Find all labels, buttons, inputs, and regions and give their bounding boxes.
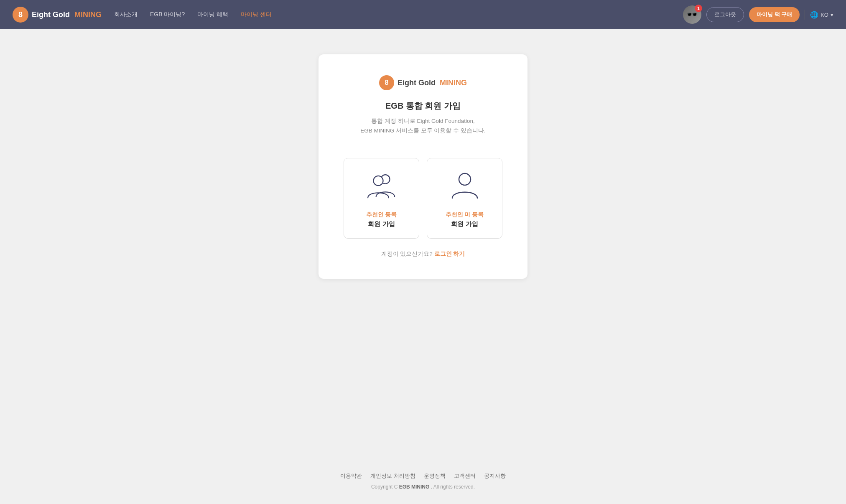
nav-egb-mining[interactable]: EGB 마이닝? (150, 11, 185, 18)
signup-without-referrer[interactable]: 추천인 미 등록 회원 가입 (427, 158, 502, 239)
footer-link-privacy[interactable]: 개인정보 처리방침 (370, 472, 415, 480)
logo-text-eight: Eight Gold (32, 10, 70, 19)
card-logo: 8 Eight Gold MINING (379, 75, 467, 90)
footer-copyright: Copyright C EGB MINING . All rights rese… (8, 484, 838, 490)
nav-mining-benefits[interactable]: 마이닝 혜택 (197, 11, 228, 18)
option2-label-top: 추천인 미 등록 (446, 211, 484, 219)
card-logo-mining: MINING (440, 79, 467, 87)
footer-link-support[interactable]: 고객센터 (454, 472, 476, 480)
logout-button[interactable]: 로그아웃 (706, 7, 744, 22)
card-logo-icon: 8 (379, 75, 394, 90)
person-icon (450, 171, 479, 202)
main-nav: 회사소개 EGB 마이닝? 마이닝 혜택 마이닝 센터 (114, 11, 272, 18)
login-hint: 계정이 있으신가요? 로그인 하기 (381, 250, 465, 258)
header: 8 Eight Gold MINING 회사소개 EGB 마이닝? 마이닝 혜택… (0, 0, 846, 29)
card-subtitle: 통합 계정 하나로 Eight Gold Foundation, EGB MIN… (360, 117, 486, 136)
mining-pack-button[interactable]: 마이닝 팩 구매 (749, 7, 800, 22)
logo[interactable]: 8 Eight Gold MINING (13, 7, 102, 23)
lang-label: KO (821, 12, 828, 18)
main-content: 8 Eight Gold MINING EGB 통합 회원 가입 통합 계정 하… (0, 29, 846, 462)
option1-label-top: 추천인 등록 (366, 211, 397, 219)
option1-label-bottom: 회원 가입 (368, 220, 395, 228)
header-right: 🕶️ 1 로그아웃 마이닝 팩 구매 🌐 KO ▾ (683, 5, 833, 24)
footer-link-policy[interactable]: 운영정책 (424, 472, 446, 480)
notification-badge: 1 (695, 5, 702, 12)
svg-point-2 (459, 173, 471, 185)
logo-icon: 8 (13, 7, 28, 23)
nav-mining-center[interactable]: 마이닝 센터 (241, 11, 272, 18)
people-icon (365, 171, 398, 202)
signup-with-referrer[interactable]: 추천인 등록 회원 가입 (344, 158, 419, 239)
signup-card: 8 Eight Gold MINING EGB 통합 회원 가입 통합 계정 하… (319, 54, 527, 279)
footer-links: 이용약관 개인정보 처리방침 운영정책 고객센터 공지사항 (8, 472, 838, 480)
header-left: 8 Eight Gold MINING 회사소개 EGB 마이닝? 마이닝 혜택… (13, 7, 272, 23)
card-logo-eight: Eight Gold (398, 79, 436, 87)
option2-label-bottom: 회원 가입 (451, 220, 478, 228)
card-divider (344, 146, 502, 146)
svg-point-1 (373, 176, 383, 186)
chevron-down-icon: ▾ (831, 12, 833, 18)
footer-brand: EGB MINING (399, 484, 430, 490)
header-divider (805, 10, 805, 20)
language-selector[interactable]: 🌐 KO ▾ (810, 11, 833, 19)
signup-options: 추천인 등록 회원 가입 추천인 미 등록 회원 가입 (344, 158, 502, 239)
globe-icon: 🌐 (810, 11, 818, 19)
nav-company[interactable]: 회사소개 (114, 11, 138, 18)
logo-text-mining: MINING (74, 10, 102, 19)
card-title: EGB 통합 회원 가입 (385, 100, 461, 112)
footer: 이용약관 개인정보 처리방침 운영정책 고객센터 공지사항 Copyright … (0, 462, 846, 502)
footer-link-terms[interactable]: 이용약관 (340, 472, 362, 480)
footer-link-notice[interactable]: 공지사항 (484, 472, 506, 480)
user-avatar-container[interactable]: 🕶️ 1 (683, 5, 701, 24)
login-link[interactable]: 로그인 하기 (434, 251, 465, 257)
